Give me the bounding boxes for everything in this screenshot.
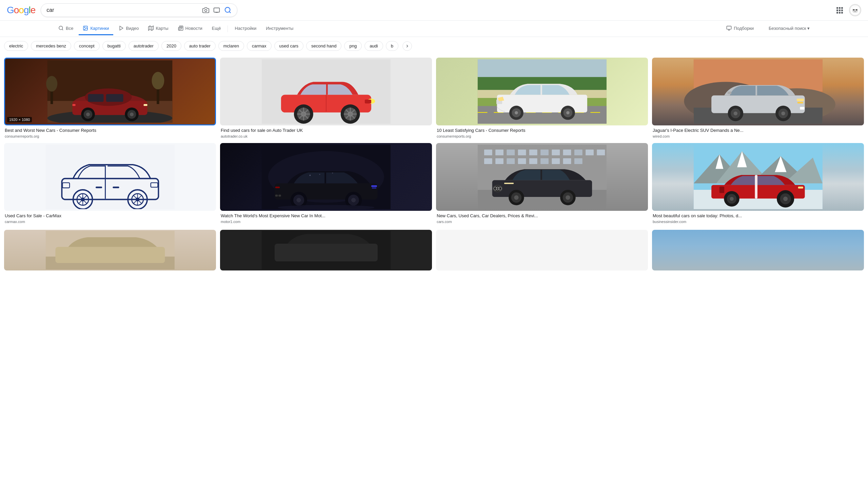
image-info-8: Most beautiful cars on sale today: Photo…: [652, 211, 864, 226]
svg-rect-11: [841, 12, 843, 14]
image-card-10[interactable]: [220, 230, 432, 270]
filter-chips-row: electric mercedes benz concept bugatti a…: [0, 37, 868, 55]
svg-rect-86: [711, 95, 805, 113]
filter-chip-autotrader-label: autotrader: [134, 43, 154, 48]
svg-rect-165: [504, 183, 514, 184]
image-card-8[interactable]: Most beautiful cars on sale today: Photo…: [652, 143, 864, 226]
apps-icon[interactable]: [835, 6, 844, 14]
image-title-6: Watch The World's Most Expensive New Car…: [221, 213, 431, 219]
logo-letter-g: G: [7, 5, 14, 15]
logo-letter-o2: o: [19, 5, 24, 15]
filter-chip-b[interactable]: b: [386, 41, 398, 51]
filter-chip-electric[interactable]: electric: [4, 41, 28, 51]
image-info-4: Jaguar's I-Pace Electric SUV Demands a N…: [652, 125, 864, 140]
nav-images[interactable]: Картинки: [79, 22, 113, 35]
image-card-11[interactable]: [436, 230, 648, 270]
image-card-3[interactable]: 10 Least Satisfying Cars - Consumer Repo…: [436, 58, 648, 140]
filter-chip-audi[interactable]: audi: [364, 41, 383, 51]
filter-chip-mercedes[interactable]: mercedes benz: [31, 41, 71, 51]
svg-point-190: [783, 197, 788, 201]
svg-rect-6: [836, 9, 838, 11]
logo-letter-g2: g: [24, 5, 29, 15]
svg-rect-42: [144, 104, 147, 106]
svg-rect-156: [552, 158, 560, 164]
svg-point-45: [46, 76, 58, 92]
avatar[interactable]: [849, 4, 861, 16]
filter-chip-concept[interactable]: concept: [74, 41, 100, 51]
image-source-1: consumerreports.org: [5, 134, 215, 138]
search-nav-icon: [58, 25, 64, 31]
image-thumb-7: [436, 143, 648, 211]
header-right: [835, 4, 861, 16]
nav-maps-label: Карты: [156, 26, 168, 31]
nav-maps[interactable]: Карты: [144, 22, 172, 35]
svg-rect-183: [798, 187, 803, 189]
image-grid-row1: 1920 × 1080 Best and Worst New Cars - Co…: [0, 55, 868, 143]
svg-rect-143: [529, 149, 537, 155]
image-source-8: businessinsider.com: [653, 220, 863, 224]
svg-point-161: [493, 185, 502, 192]
filter-chip-carmax-label: carmax: [252, 43, 267, 48]
keyboard-icon[interactable]: [213, 7, 220, 14]
nav-tools[interactable]: Инструменты: [262, 22, 297, 35]
google-logo[interactable]: Google: [7, 5, 35, 16]
image-info-7: New Cars, Used Cars, Car Dealers, Prices…: [436, 211, 648, 226]
svg-rect-27: [727, 26, 731, 29]
filter-next-arrow[interactable]: [402, 41, 412, 51]
filter-chip-png-label: png: [349, 43, 357, 48]
svg-rect-142: [518, 149, 526, 155]
svg-rect-141: [507, 149, 515, 155]
svg-rect-153: [518, 158, 526, 164]
search-icon[interactable]: [224, 6, 232, 14]
svg-rect-151: [495, 158, 504, 164]
nav-news[interactable]: Новости: [174, 22, 206, 35]
svg-point-168: [514, 195, 518, 200]
image-card-9[interactable]: [4, 230, 216, 270]
nav-safe-search[interactable]: Безопасный поиск ▾: [765, 22, 814, 35]
search-input[interactable]: [46, 7, 199, 13]
image-grid-row3: [0, 230, 868, 275]
svg-point-92: [733, 112, 737, 115]
filter-chip-mclaren[interactable]: mclaren: [218, 41, 244, 51]
svg-rect-1: [214, 8, 220, 12]
svg-rect-139: [484, 149, 492, 155]
image-card-12[interactable]: [652, 230, 864, 270]
image-info-6: Watch The World's Most Expensive New Car…: [220, 211, 432, 226]
filter-chip-auto-trader[interactable]: auto trader: [184, 41, 216, 51]
nav-all[interactable]: Все: [54, 22, 77, 35]
image-card-7[interactable]: New Cars, Used Cars, Car Dealers, Prices…: [436, 143, 648, 226]
svg-point-95: [781, 112, 785, 115]
svg-rect-3: [836, 7, 838, 9]
image-grid-row2: Used Cars for Sale - CarMax carmax.com: [0, 143, 868, 230]
image-info-5: Used Cars for Sale - CarMax carmax.com: [4, 211, 216, 226]
image-card-4[interactable]: Jaguar's I-Pace Electric SUV Demands a N…: [652, 58, 864, 140]
filter-chip-bugatti[interactable]: bugatti: [102, 41, 126, 51]
nav-collections[interactable]: Подборки: [722, 22, 758, 35]
svg-rect-34: [88, 94, 104, 102]
image-card-6[interactable]: Watch The World's Most Expensive New Car…: [220, 143, 432, 226]
nav-settings[interactable]: Настройки: [231, 22, 260, 35]
svg-rect-96: [800, 107, 804, 110]
image-card-5[interactable]: Used Cars for Sale - CarMax carmax.com: [4, 143, 216, 226]
image-card-2[interactable]: Find used cars for sale on Auto Trader U…: [220, 58, 432, 140]
filter-chip-used-cars[interactable]: used cars: [274, 41, 303, 51]
image-card-1[interactable]: 1920 × 1080 Best and Worst New Cars - Co…: [4, 58, 216, 140]
camera-icon[interactable]: [202, 7, 209, 14]
nav-video-label: Видео: [126, 26, 139, 31]
image-thumb-9: [4, 230, 216, 270]
filter-chip-2020[interactable]: 2020: [161, 41, 181, 51]
filter-chip-used-cars-label: used cars: [279, 43, 298, 48]
nav-video[interactable]: Видео: [115, 22, 143, 35]
image-source-3: consumerreports.org: [437, 134, 647, 138]
svg-rect-5: [841, 7, 843, 9]
filter-chip-autotrader[interactable]: autotrader: [129, 41, 159, 51]
nav-more[interactable]: Ещё: [208, 22, 225, 35]
filter-chip-png[interactable]: png: [344, 41, 362, 51]
filter-chip-carmax[interactable]: carmax: [247, 41, 272, 51]
filter-chip-bugatti-label: bugatti: [107, 43, 121, 48]
filter-chip-second-hand[interactable]: second hand: [306, 41, 341, 51]
image-title-1: Best and Worst New Cars - Consumer Repor…: [5, 127, 215, 134]
svg-rect-4: [839, 7, 841, 9]
filter-chip-second-hand-label: second hand: [311, 43, 336, 48]
image-title-3: 10 Least Satisfying Cars - Consumer Repo…: [437, 127, 647, 134]
